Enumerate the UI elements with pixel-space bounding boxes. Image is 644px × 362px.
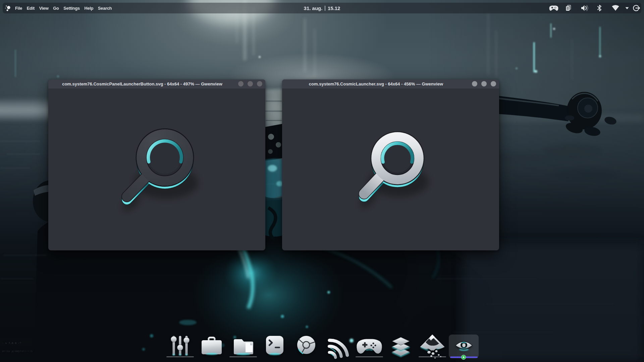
svg-text:· s 7.6.9 ⁄³: · s 7.6.9 ⁄³ <box>2 342 21 345</box>
svg-text:а≈›≤к д‹ом≈ٕѓх≈›‹‹›≤: а≈›≤к д‹ом≈ٕѓх≈›‹‹›≤ <box>2 350 33 353</box>
